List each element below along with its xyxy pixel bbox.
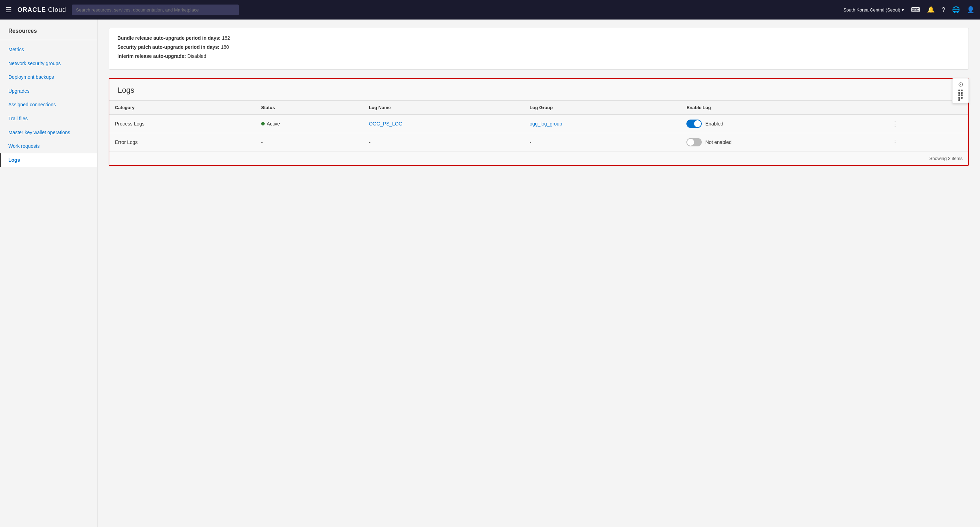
col-log-name: Log Name <box>363 101 524 115</box>
sidebar-item-trail-files[interactable]: Trail files <box>0 112 97 126</box>
hamburger-menu[interactable]: ☰ <box>6 6 12 14</box>
bundle-release-row: Bundle release auto-upgrade period in da… <box>117 35 960 41</box>
row-0-log-name[interactable]: OGG_PS_LOG <box>363 115 524 133</box>
toggle-wrap: Enabled <box>686 120 877 128</box>
bundle-release-label: Bundle release auto-upgrade period in da… <box>117 35 220 41</box>
oracle-logo: ORACLE Cloud <box>18 6 66 14</box>
enable-log-label: Enabled <box>705 121 723 126</box>
toggle-knob <box>687 139 694 146</box>
globe-icon[interactable]: 🌐 <box>952 6 960 14</box>
col-enable-log: Enable Log <box>681 101 883 115</box>
row-1-category: Error Logs <box>109 133 256 152</box>
sidebar-item-deployment-backups[interactable]: Deployment backups <box>0 70 97 85</box>
logs-header: Logs <box>109 79 968 101</box>
sidebar-item-master-key-wallet-operations[interactable]: Master key wallet operations <box>0 126 97 140</box>
logs-table: Category Status Log Name Log Group Enabl… <box>109 101 968 151</box>
row-0-more-actions[interactable]: ⋮ <box>883 115 968 133</box>
row-1-more-actions[interactable]: ⋮ <box>883 133 968 152</box>
status-text: Active <box>267 121 280 126</box>
security-patch-row: Security patch auto-upgrade period in da… <box>117 44 960 50</box>
log-group-link[interactable]: ogg_log_group <box>530 121 562 126</box>
row-0-log-group[interactable]: ogg_log_group <box>524 115 681 133</box>
logs-title: Logs <box>118 86 134 95</box>
sidebar: Resources Metrics Network security group… <box>0 19 97 527</box>
row-0-status: Active <box>256 115 363 133</box>
security-patch-value: 180 <box>221 44 229 50</box>
row-1-enable-log: Not enabled <box>681 133 883 152</box>
page-layout: Resources Metrics Network security group… <box>0 19 980 527</box>
grid-view-icon[interactable] <box>958 89 963 101</box>
enable-log-toggle[interactable] <box>686 138 702 146</box>
floating-action-panel: ⊙ <box>952 78 969 104</box>
security-patch-label: Security patch auto-upgrade period in da… <box>117 44 220 50</box>
toggle-knob <box>694 120 701 127</box>
table-row: Error Logs--- Not enabled ⋮ <box>109 133 968 152</box>
row-1-log-name: - <box>363 133 524 152</box>
status-active-indicator: Active <box>261 121 358 126</box>
bundle-release-value: 182 <box>222 35 230 41</box>
top-navigation: ☰ ORACLE Cloud South Korea Central (Seou… <box>0 0 980 19</box>
enable-log-label: Not enabled <box>705 139 732 145</box>
user-avatar[interactable]: 👤 <box>967 6 974 14</box>
code-icon[interactable]: ⌨ <box>911 6 920 14</box>
more-menu-icon[interactable]: ⋮ <box>889 118 901 129</box>
more-menu-icon[interactable]: ⋮ <box>889 137 901 147</box>
info-section: Bundle release auto-upgrade period in da… <box>109 28 969 70</box>
sidebar-item-upgrades[interactable]: Upgrades <box>0 85 97 98</box>
table-row: Process LogsActiveOGG_PS_LOGogg_log_grou… <box>109 115 968 133</box>
global-search-input[interactable] <box>72 5 239 15</box>
sidebar-item-network-security-groups[interactable]: Network security groups <box>0 57 97 71</box>
table-header-row: Category Status Log Name Log Group Enabl… <box>109 101 968 115</box>
help-circle-icon[interactable]: ⊙ <box>958 80 963 88</box>
region-selector[interactable]: South Korea Central (Seoul) ▾ <box>843 7 904 13</box>
log-name-link[interactable]: OGG_PS_LOG <box>369 121 402 126</box>
col-status: Status <box>256 101 363 115</box>
row-0-category: Process Logs <box>109 115 256 133</box>
interim-release-value: Disabled <box>187 53 206 59</box>
nav-right-section: South Korea Central (Seoul) ▾ ⌨ 🔔 ? 🌐 👤 <box>843 6 974 14</box>
row-1-log-group: - <box>524 133 681 152</box>
bell-icon[interactable]: 🔔 <box>927 6 935 14</box>
main-content: Bundle release auto-upgrade period in da… <box>97 19 980 527</box>
table-footer: Showing 2 items <box>109 151 968 165</box>
interim-release-row: Interim release auto-upgrade: Disabled <box>117 53 960 59</box>
help-icon[interactable]: ? <box>942 6 945 14</box>
row-0-enable-log: Enabled <box>681 115 883 133</box>
status-dot <box>261 122 265 126</box>
interim-release-label: Interim release auto-upgrade: <box>117 53 186 59</box>
logs-section: ⊙ Logs Category Status Log Name <box>109 78 969 166</box>
sidebar-item-work-requests[interactable]: Work requests <box>0 139 97 153</box>
toggle-wrap: Not enabled <box>686 138 877 146</box>
sidebar-resources-title: Resources <box>0 28 97 40</box>
row-1-status: - <box>256 133 363 152</box>
enable-log-toggle[interactable] <box>686 120 702 128</box>
sidebar-item-metrics[interactable]: Metrics <box>0 43 97 57</box>
col-log-group: Log Group <box>524 101 681 115</box>
col-category: Category <box>109 101 256 115</box>
sidebar-item-assigned-connections[interactable]: Assigned connections <box>0 98 97 112</box>
sidebar-item-logs[interactable]: Logs <box>0 153 97 167</box>
